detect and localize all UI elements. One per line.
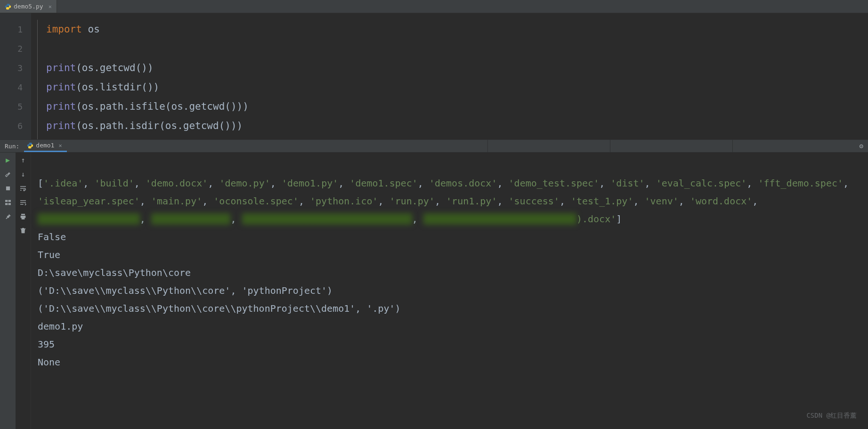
soft-wrap-icon[interactable] (18, 184, 28, 193)
python-icon (5, 3, 11, 10)
up-arrow-icon[interactable]: ↑ (18, 155, 28, 165)
line-gutter: 1 2 3 4 5 6 (0, 13, 31, 139)
trash-icon[interactable] (18, 226, 28, 235)
close-icon[interactable]: ✕ (58, 142, 62, 149)
print-icon[interactable] (18, 212, 28, 221)
code-editor[interactable]: 1 2 3 4 5 6 import os print(os.getcwd())… (0, 13, 868, 139)
run-label: Run: (0, 143, 24, 150)
python-icon (27, 142, 33, 149)
svg-rect-4 (8, 203, 10, 205)
run-tool-window: ▶ ↑ ↓ (0, 153, 868, 429)
run-outer-toolbar: ▶ (0, 153, 16, 429)
redacted-text: 'xxxxxxxxxxxxxxxxxxxxxxxxxxxx' (242, 213, 412, 225)
tab-filename: demo5.py (14, 3, 43, 10)
run-tab-label: demo1 (36, 142, 54, 149)
pin-icon[interactable] (3, 212, 13, 221)
editor-tab-strip: demo5.py ✕ (0, 0, 868, 13)
close-icon[interactable]: ✕ (49, 3, 52, 10)
layout-icon[interactable] (3, 198, 13, 207)
svg-rect-0 (6, 186, 9, 190)
svg-rect-3 (5, 203, 8, 205)
run-tool-window-header: Run: demo1 ✕ ⚙ (0, 139, 868, 153)
header-segments (487, 140, 855, 152)
run-tab-demo1[interactable]: demo1 ✕ (24, 140, 66, 152)
console-output[interactable]: ['.idea', 'build', 'demo.docx', 'demo.py… (31, 153, 868, 429)
stop-icon[interactable] (3, 184, 13, 193)
scroll-to-end-icon[interactable] (18, 198, 28, 207)
svg-rect-2 (8, 200, 10, 202)
svg-rect-1 (5, 200, 8, 202)
redacted-text: 'xxxxxxxxxxxx' (151, 213, 231, 225)
run-inner-toolbar: ↑ ↓ (16, 153, 31, 429)
redacted-text: 'xxxxxxxxxxxxxxxxxxxxxxxxxx (423, 213, 576, 225)
down-arrow-icon[interactable]: ↓ (18, 170, 28, 179)
wrench-icon[interactable] (3, 170, 13, 179)
gear-icon[interactable]: ⚙ (855, 142, 868, 150)
tab-demo5[interactable]: demo5.py ✕ (0, 0, 57, 13)
watermark: CSDN @红目香薰 (806, 406, 857, 424)
redacted-text: 'xxxxxxxxxxxxxxxx' (38, 213, 140, 225)
rerun-icon[interactable]: ▶ (3, 155, 13, 165)
